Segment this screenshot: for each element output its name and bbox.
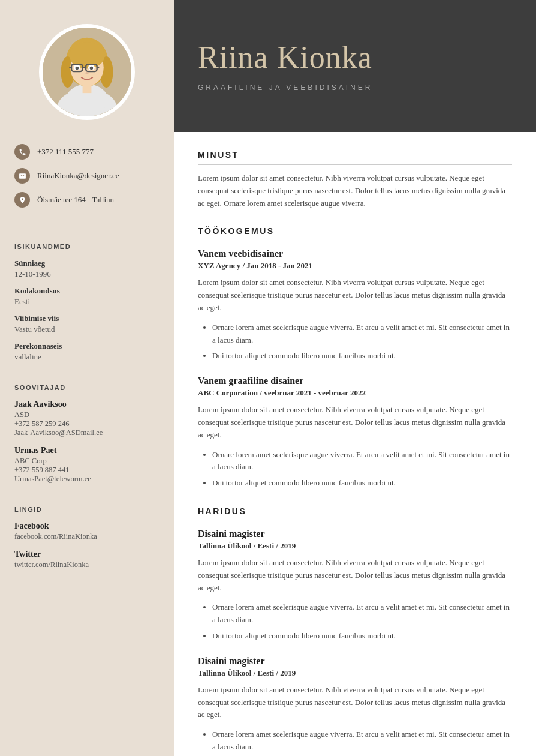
link-2-url: twitter.com/RiinaKionka [14,560,159,569]
link-2-name: Twitter [14,550,159,559]
work-2-title: Vanem graafiline disainer [198,376,512,386]
photo-area [0,0,174,138]
edu-2-bullets: Ornare lorem amet scelerisque augue vive… [198,728,512,756]
full-name: Riina Kionka [198,40,512,74]
work-2-body: Lorem ipsum dolor sit amet consectetur. … [198,404,512,441]
main-body: MINUST Lorem ipsum dolor sit amet consec… [174,132,536,756]
avatar [39,24,135,120]
edu-1-meta: Tallinna Ülikool / Eesti / 2019 [198,541,512,551]
list-item: Dui tortor aliquet commodo libero nunc f… [212,477,512,490]
personal-section: Sünniaeg 12-10-1996 Kodakondsus Eesti Vi… [0,259,174,362]
phone-value: +372 111 555 777 [37,147,94,157]
address-value: Õismäe tee 164 - Tallinn [37,195,114,205]
edu-1-title: Disaini magister [198,529,512,539]
recommenders-section: Jaak Aaviksoo ASD +372 587 259 246 Jaak-… [0,400,174,484]
edu-2-meta: Tallinna Ülikool / Eesti / 2019 [198,668,512,678]
list-item: Dui tortor aliquet commodo libero nunc f… [212,630,512,643]
education-section: HARIDUS Disaini magister Tallinna Ülikoo… [198,506,512,756]
education-title: HARIDUS [198,506,512,521]
header-banner: Riina Kionka GRAAFILINE JA VEEBIDISAINER [174,0,536,132]
personal-section-title: ISIKUANDMED [0,243,174,250]
links-section-title: LINGID [0,506,174,513]
field-value-birthday: 12-10-1996 [14,269,159,279]
about-text: Lorem ipsum dolor sit amet consectetur. … [198,172,512,209]
sidebar: +372 111 555 777 RiinaKionka@designer.ee… [0,0,174,756]
recommender-1-company: ASD [14,410,159,419]
location-icon [14,192,30,208]
list-item: Ornare lorem amet scelerisque augue vive… [212,728,512,754]
contact-address: Õismäe tee 164 - Tallinn [14,192,159,208]
svg-point-16 [90,67,94,70]
phone-icon [14,144,30,160]
email-value: RiinaKionka@designer.ee [37,171,119,181]
edu-entry-1: Disaini magister Tallinna Ülikool / Eest… [198,529,512,643]
list-item: Ornare lorem amet scelerisque augue vive… [212,322,512,347]
work-entry-2: Vanem graafiline disainer ABC Corporatio… [198,376,512,490]
edu-1-bullets: Ornare lorem amet scelerisque augue vive… [198,601,512,642]
field-label-birthday: Sünniaeg [14,259,159,268]
work-1-bullets: Ornare lorem amet scelerisque augue vive… [198,322,512,362]
work-1-meta: XYZ Agency / Jan 2018 - Jan 2021 [198,261,512,271]
divider-2 [14,374,159,374]
recommender-1-email: Jaak-Aaviksoo@ASDmail.ee [14,428,159,437]
work-1-title: Vanem veebidisainer [198,248,512,259]
edu-1-body: Lorem ipsum dolor sit amet consectetur. … [198,557,512,594]
links-section: Facebook facebook.com/RiinaKionka Twitte… [0,521,174,569]
field-label-residence: Viibimise viis [14,314,159,323]
field-value-residence: Vastu võetud [14,325,159,334]
contact-email: RiinaKionka@designer.ee [14,168,159,184]
field-value-citizenship: Eesti [14,297,159,307]
main-content: Riina Kionka GRAAFILINE JA VEEBIDISAINER… [174,0,536,756]
field-value-family: vallaline [14,352,159,362]
work-section: TÖÖKOGEMUS Vanem veebidisainer XYZ Agenc… [198,226,512,490]
edu-2-title: Disaini magister [198,656,512,667]
list-item: Dui tortor aliquet commodo libero nunc f… [212,350,512,362]
svg-point-15 [76,67,79,70]
list-item: Ornare lorem amet scelerisque augue vive… [212,601,512,626]
recommender-1-name: Jaak Aaviksoo [14,400,159,409]
profession-title: GRAAFILINE JA VEEBIDISAINER [198,83,512,92]
contact-phone: +372 111 555 777 [14,144,159,160]
about-section: MINUST Lorem ipsum dolor sit amet consec… [198,150,512,209]
field-label-family: Perekonnaseis [14,341,159,351]
work-2-meta: ABC Corporation / veebruar 2021 - veebru… [198,388,512,398]
link-1-name: Facebook [14,521,159,531]
recommenders-section-title: SOOVITAJAD [0,384,174,391]
recommender-2-company: ABC Corp [14,457,159,466]
link-1-url: facebook.com/RiinaKionka [14,532,159,541]
recommender-2-phone: +372 559 887 441 [14,466,159,475]
svg-rect-18 [83,83,92,94]
cv-wrapper: +372 111 555 777 RiinaKionka@designer.ee… [0,0,536,756]
recommender-2-email: UrmasPaet@teleworm.ee [14,475,159,484]
email-icon [14,168,30,184]
divider-3 [14,496,159,496]
divider-1 [14,233,159,233]
about-title: MINUST [198,150,512,165]
edu-entry-2: Disaini magister Tallinna Ülikool / Eest… [198,656,512,756]
svg-point-17 [85,72,89,74]
work-title: TÖÖKOGEMUS [198,226,512,241]
work-entry-1: Vanem veebidisainer XYZ Agency / Jan 201… [198,248,512,362]
field-label-citizenship: Kodakondsus [14,286,159,296]
list-item: Ornare lorem amet scelerisque augue vive… [212,449,512,474]
contact-list: +372 111 555 777 RiinaKionka@designer.ee… [0,138,174,228]
edu-2-body: Lorem ipsum dolor sit amet consectetur. … [198,684,512,721]
work-2-bullets: Ornare lorem amet scelerisque augue vive… [198,449,512,490]
recommender-2-name: Urmas Paet [14,446,159,455]
recommender-1-phone: +372 587 259 246 [14,419,159,428]
work-1-body: Lorem ipsum dolor sit amet consectetur. … [198,277,512,314]
